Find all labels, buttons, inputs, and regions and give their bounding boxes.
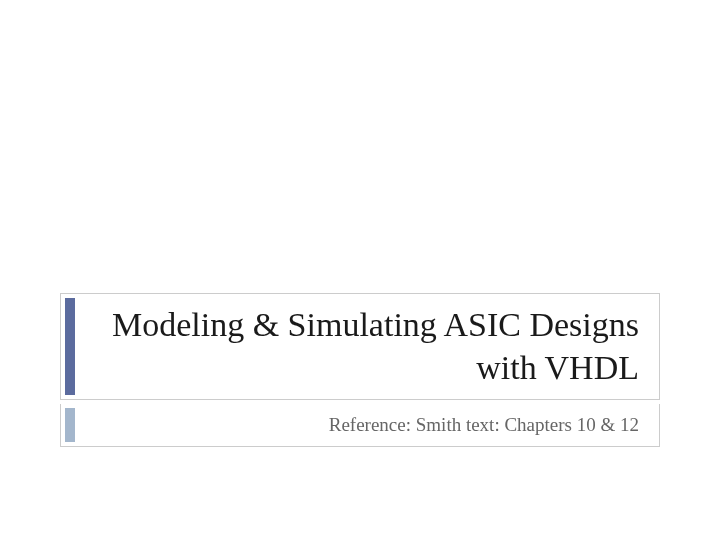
- subtitle-box: Reference: Smith text: Chapters 10 & 12: [60, 404, 660, 447]
- title-box: Modeling & Simulating ASIC Designs with …: [60, 293, 660, 400]
- slide-title: Modeling & Simulating ASIC Designs with …: [75, 294, 659, 399]
- slide-content: Modeling & Simulating ASIC Designs with …: [60, 293, 660, 447]
- subtitle-accent-bar: [65, 408, 75, 442]
- title-accent-bar: [65, 298, 75, 395]
- slide-subtitle: Reference: Smith text: Chapters 10 & 12: [75, 404, 659, 446]
